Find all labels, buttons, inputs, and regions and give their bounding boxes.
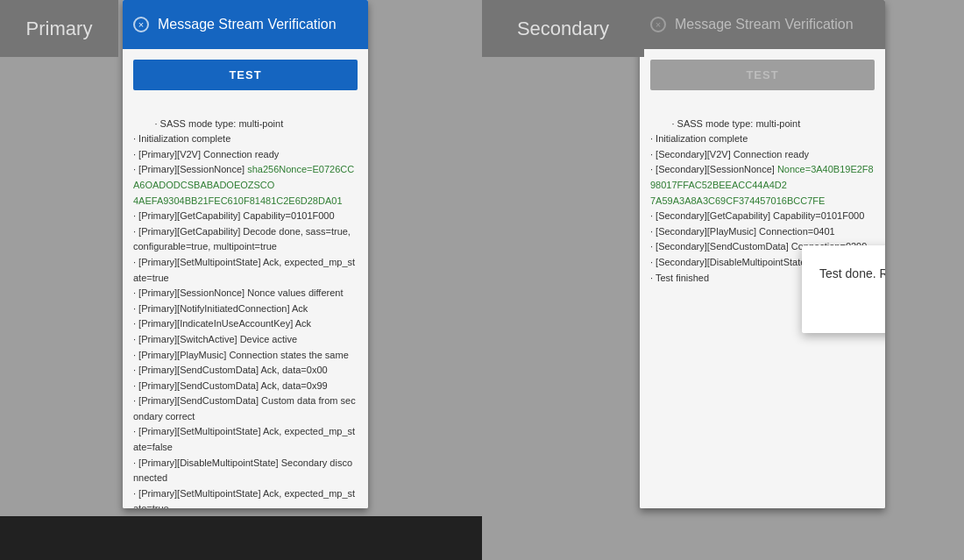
primary-dialog-title: Message Stream Verification [158,17,337,32]
secondary-panel: Secondary × Message Stream Verification … [482,0,964,560]
secondary-dialog-header: × Message Stream Verification [640,0,885,49]
primary-dialog-header: × Message Stream Verification [123,0,368,49]
primary-dialog: × Message Stream Verification TEST · SAS… [123,0,368,508]
primary-log: · SASS mode type: multi-point · Initiali… [133,101,358,508]
primary-close-button[interactable]: × [133,17,149,32]
primary-panel: Primary × Message Stream Verification TE… [0,0,482,560]
secondary-label: Secondary [482,0,644,57]
ok-button-container: OK [819,298,885,319]
secondary-test-button: TEST [650,60,875,90]
secondary-dialog: × Message Stream Verification TEST · SAS… [640,0,885,508]
primary-dialog-content: TEST · SASS mode type: multi-point · Ini… [123,49,368,508]
primary-bottom-bar [0,516,482,560]
primary-label: Primary [0,0,118,57]
success-message: Test done. Result=SUCCESS [819,266,885,280]
primary-test-button[interactable]: TEST [133,60,358,90]
secondary-close-button[interactable]: × [650,17,666,32]
secondary-dialog-title: Message Stream Verification [675,17,854,32]
success-dialog: Test done. Result=SUCCESS OK [802,245,885,333]
